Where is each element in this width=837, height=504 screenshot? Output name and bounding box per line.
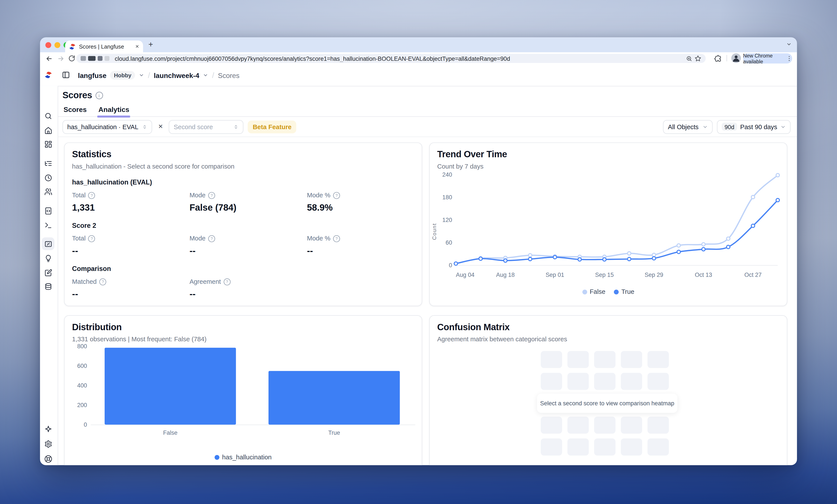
- breadcrumb-section[interactable]: Scores: [218, 71, 239, 79]
- legend-dot-icon: [215, 455, 219, 460]
- svg-text:False: False: [163, 430, 177, 436]
- extensions-icon[interactable]: [714, 54, 721, 62]
- profile-avatar[interactable]: [731, 53, 741, 63]
- chevron-down-icon: [780, 124, 786, 129]
- breadcrumb-org[interactable]: langfuse: [78, 71, 107, 79]
- help-icon[interactable]: ?: [88, 235, 95, 242]
- langfuse-favicon: [69, 43, 76, 50]
- stat-cell: Mode?--: [190, 235, 307, 257]
- heatmap-placeholder-cell: [541, 351, 562, 368]
- site-chip-redacted: [81, 56, 86, 61]
- users-icon: [44, 188, 52, 195]
- filter-bar: has_hallucination · EVAL ✕ Second score …: [57, 117, 797, 137]
- toolbar-divider: [727, 55, 727, 61]
- trend-line-chart[interactable]: 060120180240CountAug 04Aug 18Sep 01Sep 1…: [431, 168, 783, 286]
- sidebar-item-playground[interactable]: [42, 219, 54, 231]
- info-icon[interactable]: i: [95, 92, 103, 99]
- sidebar-item-scores[interactable]: [42, 238, 54, 250]
- help-icon[interactable]: ?: [100, 278, 106, 285]
- main-content: Scores i Scores Analytics has_hallucinat…: [57, 86, 797, 465]
- dashboards-icon: [44, 140, 52, 148]
- sidebar-toggle-icon[interactable]: [62, 71, 70, 79]
- tab-search-icon[interactable]: [786, 42, 791, 47]
- playground-icon: [44, 221, 52, 229]
- sidebar-item-users[interactable]: [42, 185, 54, 198]
- svg-text:Aug 04: Aug 04: [456, 272, 474, 278]
- trend-legend: FalseTrue: [430, 288, 787, 295]
- statistics-card: Statistics has_hallucination - Select a …: [64, 143, 422, 306]
- distribution-card: Distribution 1,331 observations | Most f…: [64, 315, 422, 465]
- clear-score1-button[interactable]: ✕: [157, 123, 164, 130]
- menu-dots-icon[interactable]: ⋮: [786, 56, 792, 61]
- distribution-bar-chart[interactable]: 0200400600800FalseTrue: [66, 340, 418, 446]
- score1-select[interactable]: has_hallucination · EVAL: [63, 120, 153, 134]
- browser-tab[interactable]: Scores | Langfuse: [65, 40, 143, 52]
- sidebar-item-support[interactable]: [42, 452, 54, 465]
- chrome-update-pill[interactable]: New Chrome available ⋮: [743, 53, 792, 63]
- sidebar: M: [40, 86, 58, 465]
- tab-scores[interactable]: Scores: [63, 106, 88, 117]
- tab-title: Scores | Langfuse: [79, 43, 132, 50]
- sidebar-item-sparkle[interactable]: [42, 423, 54, 435]
- tab-close-icon[interactable]: [135, 44, 140, 49]
- svg-text:Oct 27: Oct 27: [744, 272, 762, 278]
- plan-badge: Hobby: [110, 71, 135, 79]
- beta-feature-badge: Beta Feature: [248, 120, 296, 133]
- sidebar-item-settings[interactable]: [42, 437, 54, 450]
- settings-icon: [44, 440, 52, 448]
- sidebar-item-dashboards[interactable]: [42, 138, 54, 150]
- window-minimize-button[interactable]: [54, 42, 60, 48]
- stat-value: --: [72, 246, 190, 257]
- back-icon[interactable]: [45, 55, 53, 62]
- window-close-button[interactable]: [45, 42, 51, 48]
- help-icon[interactable]: ?: [88, 192, 95, 199]
- reload-icon[interactable]: [68, 55, 75, 62]
- sidebar-item-tracing[interactable]: [42, 157, 54, 170]
- help-icon[interactable]: ?: [224, 278, 230, 285]
- breadcrumb-project[interactable]: launchweek-4: [154, 71, 199, 79]
- svg-text:Oct 13: Oct 13: [695, 272, 712, 278]
- sidebar-item-prompts[interactable]: [42, 204, 54, 217]
- forward-icon[interactable]: [57, 55, 65, 62]
- help-icon[interactable]: ?: [208, 192, 215, 199]
- zoom-icon[interactable]: [686, 55, 692, 61]
- chevron-down-icon[interactable]: [139, 73, 144, 78]
- svg-text:200: 200: [77, 402, 87, 408]
- stat-label: Total?: [72, 235, 190, 242]
- svg-text:Aug 18: Aug 18: [496, 272, 515, 278]
- date-range-select[interactable]: 90d Past 90 days: [717, 120, 790, 134]
- card-title: Trend Over Time: [437, 149, 780, 160]
- langfuse-logo-icon[interactable]: [44, 71, 52, 79]
- sidebar-item-evaluators[interactable]: [42, 252, 54, 265]
- heatmap-placeholder-cell: [647, 417, 669, 434]
- sidebar-item-annotate[interactable]: [42, 266, 54, 279]
- stat-label: Mode?: [190, 191, 307, 199]
- sidebar-item-datasets[interactable]: [42, 280, 54, 293]
- sidebar-item-search[interactable]: [42, 109, 54, 122]
- stat-cell: Total?--: [72, 235, 190, 257]
- url-bar[interactable]: cloud.langfuse.com/project/cmhnuoj660070…: [76, 54, 706, 63]
- help-icon[interactable]: ?: [208, 235, 215, 242]
- url-text: cloud.langfuse.com/project/cmhnuoj660070…: [115, 55, 684, 61]
- sidebar-item-sessions[interactable]: [42, 171, 54, 184]
- stat-cell: [307, 278, 414, 300]
- help-icon[interactable]: ?: [333, 192, 340, 199]
- sidebar-item-home[interactable]: [42, 124, 54, 136]
- stat-group-heading: has_hallucination (EVAL): [72, 179, 414, 186]
- bookmark-star-icon[interactable]: [694, 55, 701, 62]
- object-filter-select[interactable]: All Objects: [663, 120, 713, 134]
- heatmap-placeholder-cell: [621, 373, 642, 390]
- svg-text:Sep 15: Sep 15: [595, 272, 613, 278]
- stat-label: Mode %?: [307, 235, 414, 242]
- stat-cell: Mode %?58.9%: [307, 191, 414, 213]
- app-header: langfuse Hobby / launchweek-4 / Scores: [40, 64, 797, 86]
- second-score-select[interactable]: Second score: [169, 120, 244, 134]
- tab-analytics[interactable]: Analytics: [97, 106, 130, 117]
- help-icon[interactable]: ?: [333, 235, 340, 242]
- stat-group-heading: Comparison: [72, 265, 414, 273]
- breadcrumb-separator: /: [148, 71, 150, 79]
- chevron-down-icon[interactable]: [203, 73, 208, 78]
- card-subtitle: Agreement matrix between categorical sco…: [437, 335, 780, 343]
- new-tab-button[interactable]: +: [148, 39, 153, 49]
- svg-text:0: 0: [84, 422, 87, 428]
